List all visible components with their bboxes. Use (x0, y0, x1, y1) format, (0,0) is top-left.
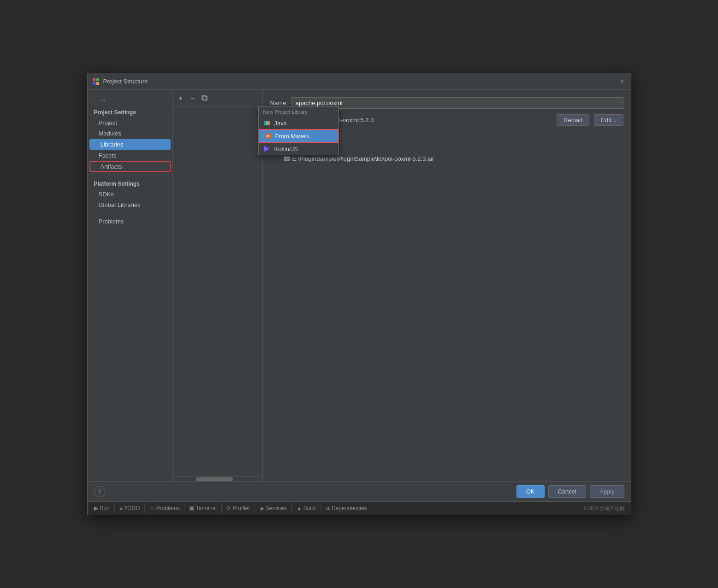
sidebar-item-modules[interactable]: Modules (88, 128, 172, 139)
app-icon (92, 78, 100, 85)
tab-todo[interactable]: ≡ TODO (115, 503, 145, 513)
svg-rect-3 (96, 82, 99, 85)
name-label: Name: (270, 100, 288, 106)
scroll-thumb (196, 477, 233, 481)
tab-problems[interactable]: ⚠ Problems (145, 503, 184, 513)
add-button[interactable]: + (176, 93, 186, 103)
name-input[interactable] (291, 97, 623, 109)
back-arrow[interactable]: ← (90, 96, 98, 105)
tab-dependencies[interactable]: ≋ Dependencies (321, 503, 372, 513)
ok-button[interactable]: OK (516, 485, 545, 498)
copy-button[interactable] (200, 93, 210, 103)
tree-area: ▼ Classes (270, 143, 623, 474)
maven-icon: M (264, 132, 272, 140)
edit-button[interactable]: Edit... (594, 114, 623, 126)
svg-rect-1 (96, 78, 99, 81)
svg-rect-4 (203, 96, 207, 100)
help-button[interactable]: ? (94, 486, 105, 497)
csdn-watermark: CSDN @俺不理解 (584, 505, 629, 512)
dropdown-item-from-maven[interactable]: M From Maven... (259, 129, 338, 143)
sidebar-item-global-libraries[interactable]: Global Libraries (88, 200, 172, 210)
tab-run[interactable]: ▶ Run (89, 503, 115, 513)
svg-rect-6 (264, 121, 266, 125)
sidebar-item-sdks[interactable]: SDKs (88, 189, 172, 200)
sidebar-item-libraries[interactable]: Libraries (89, 139, 171, 150)
bottom-tabs: ▶ Run ≡ TODO ⚠ Problems ▣ Terminal ⟳ Pro… (88, 502, 631, 515)
tab-profiler[interactable]: ⟳ Profiler (222, 503, 255, 513)
middle-toolbar: + − (173, 90, 262, 106)
tab-services[interactable]: ◈ Services (255, 503, 291, 513)
middle-scrollbar[interactable] (173, 476, 262, 481)
tab-terminal[interactable]: ▣ Terminal (184, 503, 221, 513)
svg-rect-2 (93, 82, 95, 85)
new-library-dropdown: New Project Library Java (258, 106, 339, 155)
svg-text:JAR: JAR (285, 158, 289, 160)
sidebar-item-facets[interactable]: Facets (88, 150, 172, 161)
sidebar-item-artifacts[interactable]: Artifacts (89, 161, 171, 172)
svg-rect-8 (268, 121, 270, 125)
sidebar-item-project[interactable]: Project (88, 118, 172, 128)
platform-settings-label: Platform Settings (88, 178, 172, 189)
svg-text:M: M (266, 134, 269, 138)
kotlin-icon (263, 145, 271, 153)
remove-button[interactable]: − (188, 93, 198, 103)
sidebar-divider-2 (88, 213, 172, 213)
dropdown-item-kotlin-js[interactable]: Kotlin/JS (259, 143, 338, 155)
middle-panel: + − New Project Library (173, 90, 263, 481)
svg-rect-7 (266, 121, 268, 125)
dropdown-title: New Project Library (259, 107, 338, 117)
jar-icon: JAR (283, 155, 291, 162)
close-button[interactable]: × (618, 76, 626, 87)
sidebar-item-problems[interactable]: Problems (88, 216, 172, 227)
svg-marker-11 (264, 146, 270, 152)
cancel-button[interactable]: Cancel (548, 485, 586, 498)
title-bar: Project Structure × (88, 73, 631, 90)
apply-button[interactable]: Apply (590, 485, 624, 498)
reload-button[interactable]: Reload (557, 114, 589, 126)
project-structure-dialog: Project Structure × ← → Project Settings… (87, 73, 631, 515)
tab-build[interactable]: ▲ Build (292, 503, 321, 513)
sidebar: ← → Project Settings Project Modules Lib… (88, 90, 173, 481)
jar-path: E:\PluginSample\PluginSample\lib\poi-oox… (292, 155, 434, 162)
svg-rect-5 (202, 95, 206, 100)
nav-arrows: ← → (88, 94, 172, 106)
sidebar-divider (88, 175, 172, 175)
java-icon (263, 119, 271, 127)
forward-arrow[interactable]: → (100, 96, 107, 105)
svg-rect-0 (93, 78, 95, 81)
dialog-buttons: ? OK Cancel Apply (88, 481, 631, 501)
project-settings-label: Project Settings (88, 106, 172, 118)
main-content: ← → Project Settings Project Modules Lib… (88, 90, 631, 481)
bottom-toolbar: ▶ Run ≡ TODO ⚠ Problems ▣ Terminal ⟳ Pro… (88, 501, 631, 515)
dropdown-item-java[interactable]: Java (259, 117, 338, 129)
dialog-title: Project Structure (103, 78, 615, 85)
